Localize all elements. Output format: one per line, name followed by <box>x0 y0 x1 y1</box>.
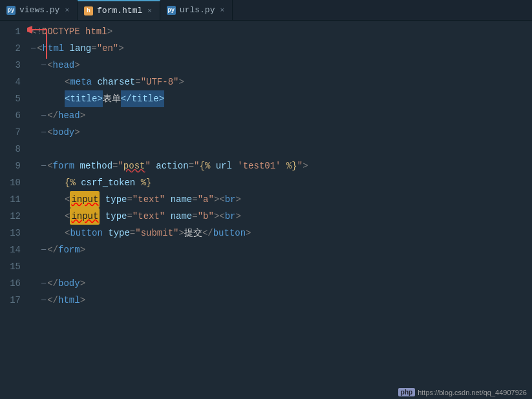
code-line-6: ─ </head> <box>31 107 532 124</box>
code-line-10: {% csrf_token %} <box>31 174 532 191</box>
line-numbers: 1 2 3 4 5 6 7 8 9 10 11 12 13 14 15 16 1… <box>0 21 26 399</box>
line-num-16: 16 <box>0 275 21 292</box>
php-badge: php <box>398 388 415 396</box>
line-num-13: 13 <box>0 225 21 241</box>
code-line-11: <input type="text" name="a" > <br> <box>31 191 532 208</box>
tab-views-py[interactable]: py views.py × <box>0 0 78 20</box>
tab-urls-py[interactable]: py urls.py × <box>160 0 233 20</box>
code-line-14: ─ </form> <box>31 241 532 258</box>
line-num-17: 17 <box>0 292 21 309</box>
line-num-4: 4 <box>0 74 21 90</box>
editor-body: 1 2 3 4 5 6 7 8 9 10 11 12 13 14 15 16 1… <box>0 21 532 399</box>
fold-2[interactable]: ─ <box>31 40 36 57</box>
line-num-5: 5 <box>0 90 21 107</box>
tab-close-form[interactable]: × <box>146 6 153 15</box>
tab-label-form: form.html <box>97 6 142 15</box>
watermark-url: https://blog.csdn.net/qq_44907926 <box>418 389 527 396</box>
line-num-14: 14 <box>0 241 21 258</box>
line-num-6: 6 <box>0 107 21 124</box>
line-num-15: 15 <box>0 258 21 275</box>
line-num-9: 9 <box>0 158 21 174</box>
code-area: <!DOCTYPE html> ─ <html lang="en" > ─ <h… <box>26 21 532 399</box>
line-num-12: 12 <box>0 208 21 225</box>
tab-label-urls: urls.py <box>180 5 215 15</box>
fold-9[interactable]: ─ <box>41 158 46 174</box>
code-line-4: <meta charset="UTF-8" > <box>31 74 532 90</box>
py-icon-1: py <box>6 6 16 15</box>
code-line-5: <title>表单</title> <box>31 90 532 107</box>
code-line-9: ─ <form method="post" action="{% url 'te… <box>31 158 532 174</box>
fold-16[interactable]: ─ <box>41 275 46 292</box>
code-line-17: ─ </html> <box>31 292 532 309</box>
tab-close-urls[interactable]: × <box>218 6 226 15</box>
tab-bar: py views.py × h form.html × py urls.py × <box>0 0 532 21</box>
line-num-7: 7 <box>0 124 21 141</box>
input-tag-12: input <box>70 208 100 225</box>
code-line-2: ─ <html lang="en" > <box>31 40 532 57</box>
code-line-7: ─ <body> <box>31 124 532 141</box>
code-line-16: ─ </body> <box>31 275 532 292</box>
code-line-3: ─ <head> <box>31 57 532 74</box>
tab-close-views[interactable]: × <box>63 6 70 15</box>
line-num-11: 11 <box>0 191 21 208</box>
tab-label-views: views.py <box>19 5 59 15</box>
tab-form-html[interactable]: h form.html × <box>78 0 160 20</box>
watermark: php https://blog.csdn.net/qq_44907926 <box>398 388 527 396</box>
code-line-1: <!DOCTYPE html> <box>31 23 532 40</box>
line-num-2: 2 <box>0 40 21 57</box>
code-line-13: <button type="submit" >提交</button> <box>31 225 532 241</box>
code-line-8 <box>31 141 532 158</box>
input-tag-11: input <box>70 191 100 208</box>
code-line-15 <box>31 258 532 275</box>
fold-6[interactable]: ─ <box>41 107 46 124</box>
fold-14[interactable]: ─ <box>41 241 46 258</box>
line-num-3: 3 <box>0 57 21 74</box>
fold-7[interactable]: ─ <box>41 124 46 141</box>
fold-3[interactable]: ─ <box>41 57 46 74</box>
fold-17[interactable]: ─ <box>41 292 46 309</box>
line-num-8: 8 <box>0 141 21 158</box>
py-icon-2: py <box>167 6 176 15</box>
html-icon: h <box>84 6 93 15</box>
line-num-1: 1 <box>0 23 21 40</box>
code-line-12: <input type="text" name="b" > <br> <box>31 208 532 225</box>
line-num-10: 10 <box>0 174 21 191</box>
